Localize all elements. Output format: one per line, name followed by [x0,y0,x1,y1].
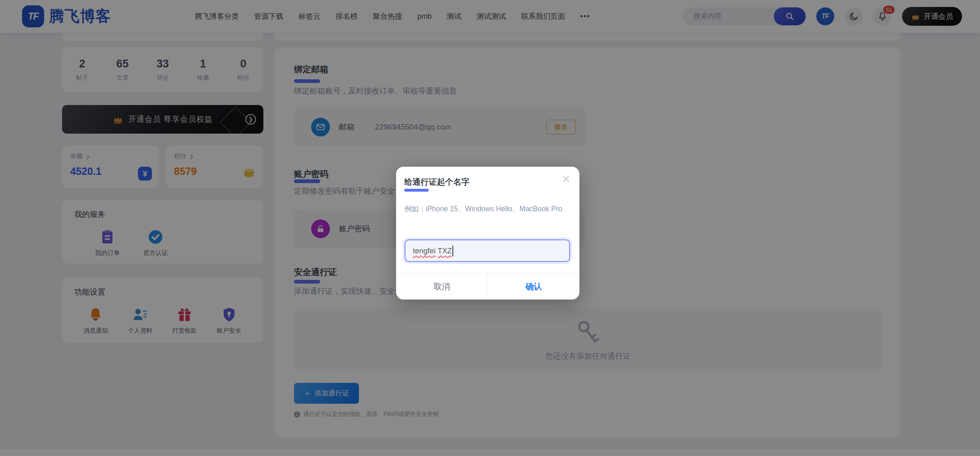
modal-title: 给通行证起个名字 [404,177,470,188]
passkey-name-input[interactable]: tengfei TXZ [405,239,570,262]
modal-example-text: 例如：iPhone 15、Windows Hello、MacBook Pro [404,203,566,215]
passkey-name-modal: 给通行证起个名字 ✕ 例如：iPhone 15、Windows Hello、Ma… [396,167,579,300]
close-icon[interactable]: ✕ [562,174,570,184]
input-word-1: tengfei [413,246,436,255]
cancel-button[interactable]: 取消 [396,273,488,300]
modal-accent-bar [404,189,429,192]
text-caret [452,246,453,256]
confirm-button[interactable]: 确认 [488,273,579,300]
input-word-2: TXZ [438,246,452,255]
modal-footer: 取消 确认 [396,273,579,300]
